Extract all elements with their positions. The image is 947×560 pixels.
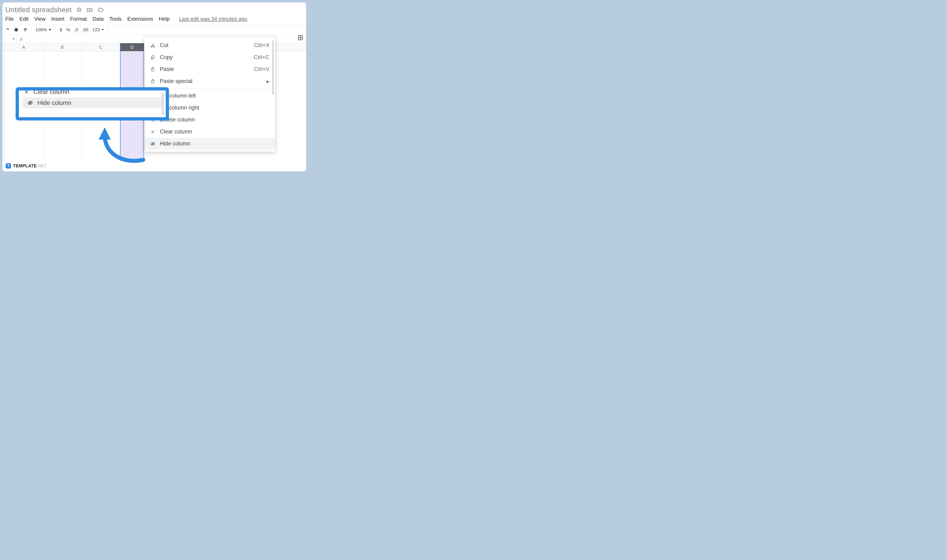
context-clear-column[interactable]: Clear column (145, 126, 275, 138)
close-icon (150, 130, 156, 134)
cloud-status-icon[interactable] (98, 7, 104, 12)
context-cut[interactable]: Cut Ctrl+X (145, 39, 275, 51)
context-paste-shortcut: Ctrl+V (254, 66, 269, 72)
context-copy-shortcut: Ctrl+C (254, 54, 269, 60)
name-box[interactable] (2, 35, 17, 43)
watermark-badge: T (6, 163, 11, 169)
callout-hide-label: Hide column (37, 99, 71, 106)
context-cut-label: Cut (160, 42, 168, 48)
close-icon (24, 89, 29, 94)
menu-file[interactable]: File (5, 16, 14, 22)
column-header-c[interactable]: C (82, 43, 120, 51)
star-icon[interactable] (77, 7, 82, 12)
context-paste-special[interactable]: Paste special ▸ (145, 75, 275, 87)
redo-icon[interactable] (5, 28, 10, 32)
menu-format[interactable]: Format (70, 16, 87, 22)
menu-insert[interactable]: Insert (51, 16, 65, 22)
paste-icon (150, 67, 156, 72)
context-copy-label: Copy (160, 54, 172, 60)
increase-decimal-button[interactable]: .00→ (82, 27, 88, 32)
toolbar: 100% $ % .0← .00→ 123 (2, 25, 306, 35)
paint-format-icon[interactable] (23, 28, 27, 32)
watermark: T TEMPLATE.NET (6, 163, 47, 169)
callout-clear-column[interactable]: Clear column (19, 87, 166, 97)
paste-special-icon (150, 79, 156, 83)
currency-button[interactable]: $ (60, 27, 62, 32)
menu-view[interactable]: View (34, 16, 46, 22)
context-hide-column[interactable]: Hide column (145, 138, 275, 150)
column-header-a[interactable]: A (5, 43, 43, 51)
context-paste-label: Paste (160, 66, 174, 72)
scrollbar[interactable] (162, 92, 164, 115)
scrollbar[interactable] (272, 40, 274, 95)
zoom-dropdown[interactable]: 100% (35, 27, 51, 32)
copy-icon (150, 55, 156, 60)
eye-off-icon (150, 142, 156, 146)
context-paste-special-label: Paste special (160, 78, 192, 85)
menu-tools[interactable]: Tools (109, 16, 122, 22)
menu-edit[interactable]: Edit (20, 16, 29, 22)
context-hide-label: Hide column (160, 140, 190, 147)
document-title[interactable]: Untitled spreadsheet (5, 6, 72, 14)
callout-overlay: Clear column Hide column (15, 87, 169, 120)
percent-button[interactable]: % (66, 27, 71, 32)
eye-off-icon (28, 101, 33, 105)
context-clear-label: Clear column (160, 129, 192, 135)
callout-hide-column[interactable]: Hide column (22, 97, 163, 108)
context-cut-shortcut: Ctrl+X (254, 42, 269, 48)
select-all-corner[interactable] (2, 43, 5, 51)
cut-icon (150, 43, 156, 48)
row-headers[interactable] (2, 51, 5, 161)
move-folder-icon[interactable] (87, 7, 93, 12)
menu-extensions[interactable]: Extensions (128, 16, 153, 22)
column-header-d[interactable]: D (120, 43, 144, 51)
callout-arrow-icon (94, 125, 147, 166)
menu-data[interactable]: Data (92, 16, 104, 22)
context-copy[interactable]: Copy Ctrl+C (145, 51, 275, 63)
print-icon[interactable] (14, 28, 18, 32)
last-edit-link[interactable]: Last edit was 34 minutes ago (179, 16, 247, 22)
watermark-brand: TEMPLATE (13, 163, 37, 168)
borders-icon[interactable] (297, 35, 303, 40)
submenu-arrow-icon: ▸ (266, 78, 269, 85)
column-header-b[interactable]: B (43, 43, 82, 51)
more-formats-dropdown[interactable]: 123 (92, 27, 104, 32)
menu-bar: File Edit View Insert Format Data Tools … (2, 15, 306, 25)
context-paste[interactable]: Paste Ctrl+V (145, 63, 275, 75)
watermark-suffix: .NET (37, 163, 47, 168)
menu-help[interactable]: Help (159, 16, 169, 22)
decrease-decimal-button[interactable]: .0← (74, 27, 78, 32)
callout-clear-label: Clear column (34, 88, 69, 95)
formula-bar-label: fx (17, 36, 23, 42)
